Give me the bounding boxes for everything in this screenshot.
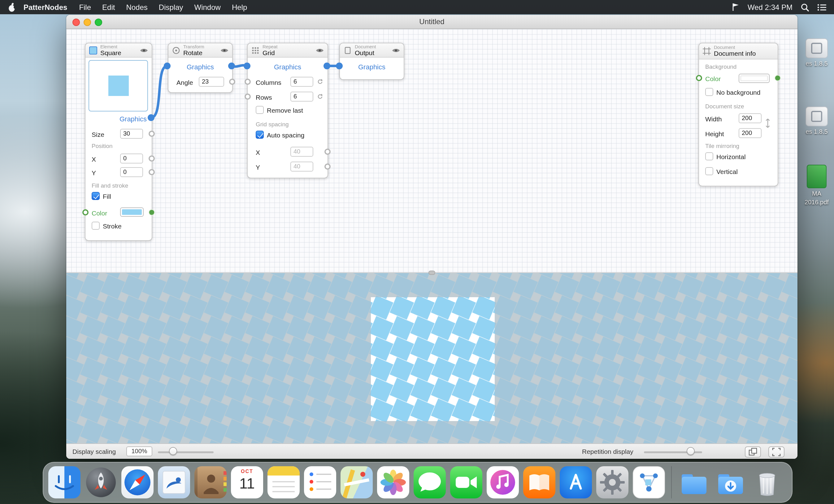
dock-calendar[interactable]: OCT 11 [231, 466, 263, 499]
graphics-io-label: Graphics [187, 63, 214, 70]
node-header[interactable]: Repeat Grid [248, 43, 328, 58]
tile-view-button[interactable] [745, 446, 761, 457]
menu-help[interactable]: Help [232, 3, 247, 12]
size-field[interactable]: 30 [120, 129, 143, 139]
graphics-port[interactable] [228, 63, 235, 69]
y-port[interactable] [149, 169, 155, 175]
desktop-icon-disk-1[interactable]: es 1.8.5 [799, 38, 834, 67]
node-square[interactable]: Element Square Graphics Size 30 Position… [85, 43, 152, 241]
dock-reminders[interactable] [304, 466, 336, 499]
dock-facetime[interactable] [450, 466, 482, 499]
rows-field[interactable]: 6 [290, 92, 313, 102]
fill-color-well[interactable] [120, 207, 144, 217]
menu-nodes[interactable]: Nodes [126, 3, 147, 12]
desktop-icon-disk-2[interactable]: es 1.8.5 [799, 107, 834, 135]
refresh-icon[interactable] [317, 93, 323, 100]
dock-app-store[interactable] [560, 466, 592, 499]
rows-port[interactable] [245, 93, 251, 100]
apple-logo-icon[interactable] [7, 2, 16, 12]
angle-port[interactable] [229, 79, 235, 85]
auto-spacing-checkbox[interactable] [256, 131, 264, 139]
color-output-port[interactable] [149, 209, 155, 216]
node-header[interactable]: Transform Rotate [169, 43, 232, 58]
fit-view-button[interactable] [768, 446, 785, 457]
y-field[interactable]: 0 [120, 167, 143, 177]
link-dimensions-icon[interactable] [765, 118, 771, 128]
columns-port[interactable] [245, 79, 251, 85]
visibility-eye-icon[interactable] [316, 47, 324, 53]
vertical-checkbox[interactable] [705, 167, 713, 175]
width-field[interactable]: 200 [739, 113, 762, 123]
fill-checkbox[interactable] [92, 192, 100, 200]
display-scaling-slider-knob[interactable] [169, 447, 177, 455]
display-scaling-value[interactable]: 100% [126, 446, 152, 456]
pattern-preview[interactable] [66, 273, 797, 443]
dock-ibooks[interactable] [523, 466, 555, 499]
window-titlebar[interactable]: Untitled [66, 15, 797, 29]
columns-field[interactable]: 6 [290, 77, 313, 87]
height-field[interactable]: 200 [739, 128, 762, 138]
dock-messages[interactable] [414, 466, 446, 499]
dock-launchpad[interactable] [85, 466, 117, 499]
refresh-icon[interactable] [317, 79, 323, 85]
panel-document-info[interactable]: Document Document info Background Color … [698, 43, 778, 187]
horizontal-checkbox[interactable] [705, 152, 713, 160]
x-port[interactable] [149, 155, 155, 161]
menu-edit[interactable]: Edit [102, 3, 115, 12]
graphics-port[interactable] [148, 114, 154, 121]
color-input-port[interactable] [82, 209, 89, 216]
menu-window[interactable]: Window [194, 3, 221, 12]
background-color-well[interactable] [739, 74, 770, 83]
visibility-eye-icon[interactable] [140, 47, 148, 53]
node-header[interactable]: Document Output [340, 43, 404, 58]
angle-field[interactable]: 23 [199, 77, 224, 87]
dock-safari[interactable] [122, 466, 154, 499]
graphics-port[interactable] [336, 63, 343, 69]
node-editor-canvas[interactable]: Element Square Graphics Size 30 Position… [66, 29, 797, 273]
dock-patternodes[interactable] [633, 466, 665, 499]
remove-last-checkbox[interactable] [256, 106, 264, 114]
app-menu-title[interactable]: PatterNodes [24, 3, 67, 12]
dock-folder-downloads[interactable] [715, 466, 747, 499]
desktop-icon-pdf[interactable]: МА 2016.pdf [799, 165, 834, 205]
dock-notes[interactable] [267, 466, 300, 499]
no-background-checkbox[interactable] [705, 88, 713, 96]
node-header[interactable]: Element Square [85, 43, 152, 58]
spacing-x-field[interactable]: 40 [290, 147, 313, 157]
menu-file[interactable]: File [79, 3, 91, 12]
node-header[interactable]: Document Document info [699, 43, 778, 60]
spacing-y-field[interactable]: 40 [290, 161, 313, 172]
graphics-port[interactable] [164, 63, 171, 69]
splitter-handle[interactable] [429, 270, 435, 275]
stroke-checkbox[interactable] [92, 222, 100, 230]
display-sc缩aling-slider-track[interactable] [158, 451, 214, 453]
x-field[interactable]: 0 [120, 154, 143, 163]
background-color-output-port[interactable] [774, 75, 781, 81]
menu-clock[interactable]: Wed 2:34 PM [748, 3, 792, 12]
node-rotate[interactable]: Transform Rotate Graphics Angle 23 [168, 43, 233, 93]
dock-itunes[interactable] [487, 466, 519, 499]
repetition-display-slider-knob[interactable] [687, 447, 695, 455]
status-menu-flag-icon[interactable] [731, 2, 740, 12]
dock-folder-applications[interactable] [678, 466, 710, 499]
spotlight-search-icon[interactable] [800, 3, 809, 12]
background-color-input-port[interactable] [696, 75, 702, 81]
graphics-port[interactable] [324, 63, 330, 69]
node-output[interactable]: Document Output Graphics [339, 43, 404, 80]
notification-center-icon[interactable] [817, 3, 827, 11]
dock-finder[interactable] [48, 466, 81, 499]
dock-system-preferences[interactable] [596, 466, 629, 499]
visibility-eye-icon[interactable] [392, 47, 400, 53]
dock-maps[interactable] [341, 466, 373, 499]
dock-mail[interactable] [158, 466, 190, 499]
visibility-eye-icon[interactable] [220, 47, 228, 53]
dock-photos[interactable] [377, 466, 409, 499]
dock-contacts[interactable] [194, 466, 227, 499]
dock-trash[interactable] [751, 466, 783, 499]
node-grid[interactable]: Repeat Grid Graphics Columns 6 Rows 6 [247, 43, 328, 178]
spacing-y-port[interactable] [325, 163, 331, 170]
menu-display[interactable]: Display [159, 3, 183, 12]
graphics-port[interactable] [244, 63, 250, 69]
size-port[interactable] [149, 131, 155, 137]
spacing-x-port[interactable] [325, 149, 331, 155]
